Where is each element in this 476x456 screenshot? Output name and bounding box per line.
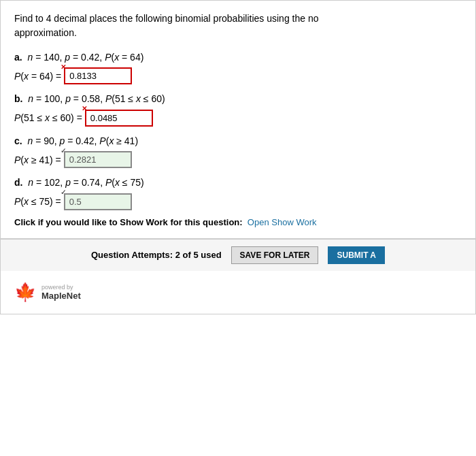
show-work-label: Click if you would like to Show Work for… [14, 217, 243, 227]
powered-by-text: powered by [41, 284, 81, 291]
part-b-label: b. [14, 93, 22, 104]
attempts-text: Question Attempts: 2 of 5 used [91, 250, 222, 260]
part-b-status-icon: ✕ [80, 104, 89, 114]
part-c-block: c. n = 90, p = 0.42, P(x ≥ 41) P(x ≥ 41)… [14, 133, 462, 168]
part-d-header: d. n = 102, p = 0.74, P(x ≤ 75) [14, 175, 462, 190]
part-a-label: a. [14, 52, 22, 63]
question-line2: approximation. [14, 27, 77, 38]
part-a-answer-label: P(x = 64) = [14, 71, 61, 82]
open-show-work-link[interactable]: Open Show Work [248, 217, 317, 227]
part-a-status-icon: ✕ [58, 62, 68, 71]
part-c-header: c. n = 90, p = 0.42, P(x ≥ 41) [14, 133, 462, 148]
part-a-header: a. n = 140, p = 0.42, P(x = 64) [14, 50, 462, 65]
part-b-input-wrapper: ✕ [85, 110, 153, 127]
part-d-input-wrapper: ✓ [64, 193, 132, 210]
part-c-answer-row: P(x ≥ 41) = ✓ [14, 151, 462, 168]
part-d-text: n = 102, p = 0.74, P(x ≤ 75) [28, 177, 143, 188]
part-d-status-icon: ✓ [58, 188, 68, 197]
part-a-input-wrapper: ✕ [64, 67, 132, 84]
part-b-input[interactable] [85, 110, 153, 127]
submit-button[interactable]: SUBMIT A [328, 246, 385, 264]
content-area: Find to 4 decimal places the following b… [1, 1, 475, 239]
part-b-text: n = 100, p = 0.58, P(51 ≤ x ≤ 60) [28, 93, 165, 104]
question-text: Find to 4 decimal places the following b… [14, 12, 462, 40]
part-a-text: n = 140, p = 0.42, P(x = 64) [27, 52, 143, 63]
maple-footer: 🍁 powered by MapleNet [1, 271, 475, 314]
main-container: Find to 4 decimal places the following b… [0, 0, 476, 314]
part-a-block: a. n = 140, p = 0.42, P(x = 64) P(x = 64… [14, 50, 462, 84]
part-b-answer-row: P(51 ≤ x ≤ 60) = ✕ [14, 110, 462, 127]
part-a-input[interactable] [64, 67, 132, 84]
question-line1: Find to 4 decimal places the following b… [14, 13, 318, 24]
part-c-input[interactable] [64, 151, 132, 168]
part-b-block: b. n = 100, p = 0.58, P(51 ≤ x ≤ 60) P(5… [14, 91, 462, 126]
part-c-input-wrapper: ✓ [64, 151, 132, 168]
part-d-answer-label: P(x ≤ 75) = [14, 196, 61, 207]
part-a-answer-row: P(x = 64) = ✕ [14, 67, 462, 84]
save-for-later-button[interactable]: SAVE FOR LATER [231, 246, 319, 264]
part-d-block: d. n = 102, p = 0.74, P(x ≤ 75) P(x ≤ 75… [14, 175, 462, 210]
maple-logo-icon: 🍁 [14, 282, 36, 303]
part-c-status-icon: ✓ [58, 146, 68, 155]
part-c-answer-label: P(x ≥ 41) = [14, 154, 61, 165]
part-d-input[interactable] [64, 193, 132, 210]
show-work-row: Click if you would like to Show Work for… [14, 217, 462, 227]
part-c-text: n = 90, p = 0.42, P(x ≥ 41) [27, 135, 138, 146]
maple-brand-name: MapleNet [41, 291, 81, 301]
footer-bar: Question Attempts: 2 of 5 used SAVE FOR … [1, 239, 475, 271]
part-c-label: c. [14, 135, 22, 146]
part-d-label: d. [14, 177, 22, 188]
maple-branding: powered by MapleNet [41, 284, 81, 301]
part-d-answer-row: P(x ≤ 75) = ✓ [14, 193, 462, 210]
part-b-answer-label: P(51 ≤ x ≤ 60) = [14, 112, 82, 123]
